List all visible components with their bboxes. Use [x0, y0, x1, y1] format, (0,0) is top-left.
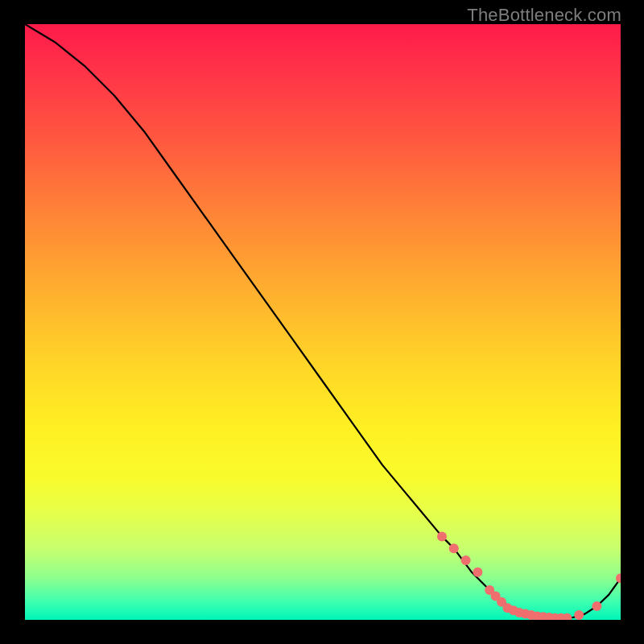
- marker-dot: [473, 568, 482, 577]
- marker-group: [437, 531, 621, 620]
- marker-dot: [592, 601, 601, 611]
- marker-dot: [449, 543, 459, 553]
- chart-stage: TheBottleneck.com: [0, 0, 644, 644]
- marker-dot: [616, 573, 621, 583]
- marker-dot: [574, 610, 584, 620]
- curve-line: [25, 24, 621, 618]
- marker-dot: [461, 555, 471, 565]
- watermark-text: TheBottleneck.com: [467, 5, 621, 26]
- plot-svg: [25, 24, 621, 620]
- marker-dot: [437, 531, 447, 541]
- plot-area: [25, 24, 621, 620]
